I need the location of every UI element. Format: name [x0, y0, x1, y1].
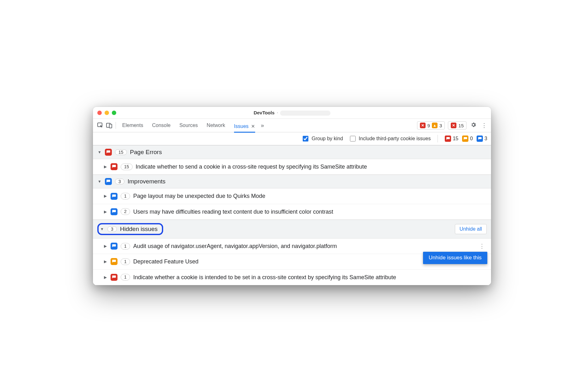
group-header-page-errors[interactable]: ▼ 15 Page Errors	[93, 145, 491, 159]
issue-count: 1	[121, 243, 130, 250]
issues-subtoolbar: Group by kind Include third-party cookie…	[93, 132, 491, 145]
panel-tabs: Elements Console Sources Network Issues …	[122, 121, 255, 130]
group-by-kind-checkbox[interactable]: Group by kind	[303, 136, 343, 141]
issue-count: 1	[121, 258, 130, 265]
more-tabs-icon[interactable]: »	[261, 122, 264, 129]
close-window-button[interactable]	[97, 111, 102, 115]
group-count: 15	[115, 149, 127, 155]
issue-count: 1	[121, 274, 130, 280]
disclosure-triangle-icon[interactable]: ▶	[103, 193, 107, 199]
device-toolbar-icon[interactable]	[105, 121, 114, 130]
issues-list: ▼ 15 Page Errors ▶ 15 Indicate whether t…	[93, 145, 491, 285]
warning-count: 3	[439, 123, 442, 128]
close-tab-icon[interactable]: ✕	[251, 124, 255, 129]
issue-message: Indicate whether a cookie is intended to…	[133, 274, 487, 281]
issue-row[interactable]: ▶ 1 Page layout may be unexpected due to…	[93, 188, 491, 204]
context-menu-unhide[interactable]: Unhide issues like this	[423, 252, 487, 264]
devtools-window: DevTools · Elements Console Sources Netw…	[93, 107, 491, 285]
disclosure-triangle-icon[interactable]: ▼	[100, 227, 104, 231]
stat-errors[interactable]: 15	[445, 135, 458, 142]
include-third-party-label: Include third-party cookie issues	[359, 136, 431, 141]
disclosure-triangle-icon[interactable]: ▶	[103, 244, 107, 249]
devtools-main-toolbar: Elements Console Sources Network Issues …	[93, 119, 491, 132]
issue-message: Indicate whether to send a cookie in a c…	[136, 163, 487, 170]
inspect-element-icon[interactable]	[96, 121, 105, 130]
issue-row[interactable]: ▶ 15 Indicate whether to send a cookie i…	[93, 159, 491, 175]
issue-row[interactable]: ▶ 1 Audit usage of navigator.userAgent, …	[93, 239, 491, 254]
hidden-issues-highlight: ▼ 3 Hidden issues	[97, 223, 163, 235]
info-bubble-icon	[477, 135, 483, 142]
stat-errors-count: 15	[453, 136, 458, 141]
group-by-kind-label: Group by kind	[312, 136, 343, 141]
error-bubble-icon	[111, 274, 117, 281]
stat-warnings[interactable]: 0	[462, 135, 473, 142]
issue-row[interactable]: ▶ 1 Indicate whether a cookie is intende…	[93, 270, 491, 285]
include-third-party-input[interactable]	[350, 136, 356, 141]
window-title-text: DevTools	[254, 110, 274, 115]
toolbar-separator	[116, 122, 116, 129]
stat-info-count: 3	[484, 136, 487, 141]
stat-info[interactable]: 3	[477, 135, 487, 142]
zoom-window-button[interactable]	[112, 111, 116, 115]
settings-icon[interactable]	[470, 122, 477, 130]
disclosure-triangle-icon[interactable]: ▶	[103, 209, 107, 214]
issue-stats: 15 0 3	[445, 135, 487, 142]
window-titlebar: DevTools ·	[93, 107, 491, 119]
error-bubble-icon	[105, 149, 112, 156]
disclosure-triangle-icon[interactable]: ▶	[103, 259, 107, 264]
unhide-all-button[interactable]: Unhide all	[455, 224, 487, 234]
include-third-party-checkbox[interactable]: Include third-party cookie issues	[350, 136, 431, 141]
more-options-icon[interactable]: ⋮	[480, 122, 488, 129]
issue-count: 15	[121, 164, 133, 170]
issue-more-icon[interactable]: ⋮	[477, 242, 487, 250]
tab-issues-label: Issues	[234, 124, 249, 129]
disclosure-triangle-icon[interactable]: ▶	[103, 275, 107, 280]
tab-console[interactable]: Console	[152, 121, 171, 130]
stat-warnings-count: 0	[470, 136, 473, 141]
error-icon: ✕	[420, 123, 426, 128]
tab-sources[interactable]: Sources	[179, 121, 198, 130]
error-bubble-icon	[111, 163, 117, 170]
toolbar-right: ✕ 9 ▲ 3 ✕ 15 ⋮	[417, 121, 488, 130]
group-title: Improvements	[128, 178, 165, 185]
warning-bubble-icon	[111, 258, 117, 265]
group-count: 3	[115, 179, 124, 184]
group-header-hidden-issues[interactable]: ▼ 3 Hidden issues Unhide all	[93, 220, 491, 239]
issue-message: Users may have difficulties reading text…	[133, 208, 487, 216]
group-header-improvements[interactable]: ▼ 3 Improvements	[93, 175, 491, 188]
issues-count: 15	[458, 123, 464, 128]
disclosure-triangle-icon[interactable]: ▼	[97, 150, 102, 154]
tab-issues[interactable]: Issues ✕	[234, 121, 255, 133]
window-title-redacted	[280, 111, 330, 116]
issue-count: 1	[121, 193, 130, 199]
group-count: 3	[107, 226, 117, 232]
issues-status-pill[interactable]: ✕ 15	[448, 121, 467, 130]
issue-row[interactable]: ▶ 2 Users may have difficulties reading …	[93, 204, 491, 220]
disclosure-triangle-icon[interactable]: ▼	[97, 179, 102, 184]
issue-message: Page layout may be unexpected due to Qui…	[133, 192, 487, 200]
group-title: Page Errors	[130, 149, 162, 156]
issue-message: Audit usage of navigator.userAgent, navi…	[133, 242, 474, 250]
group-title: Hidden issues	[120, 226, 157, 233]
tab-network[interactable]: Network	[207, 121, 225, 130]
svg-rect-2	[109, 124, 112, 128]
disclosure-triangle-icon[interactable]: ▶	[103, 164, 107, 169]
subbar-separator	[438, 135, 438, 142]
warning-bubble-icon	[462, 135, 468, 142]
window-title: DevTools ·	[254, 110, 330, 116]
info-bubble-icon	[111, 193, 117, 200]
minimize-window-button[interactable]	[105, 111, 109, 115]
info-bubble-icon	[111, 243, 117, 250]
error-count: 9	[427, 123, 430, 128]
error-bubble-icon	[445, 135, 451, 142]
window-traffic-lights	[97, 111, 116, 115]
issue-count: 2	[121, 208, 130, 215]
console-status-pill[interactable]: ✕ 9 ▲ 3	[417, 121, 445, 130]
tab-elements[interactable]: Elements	[122, 121, 143, 130]
issues-error-icon: ✕	[451, 123, 456, 128]
info-bubble-icon	[111, 208, 117, 215]
group-by-kind-input[interactable]	[303, 136, 308, 141]
info-bubble-icon	[105, 178, 112, 185]
warning-icon: ▲	[432, 123, 438, 128]
